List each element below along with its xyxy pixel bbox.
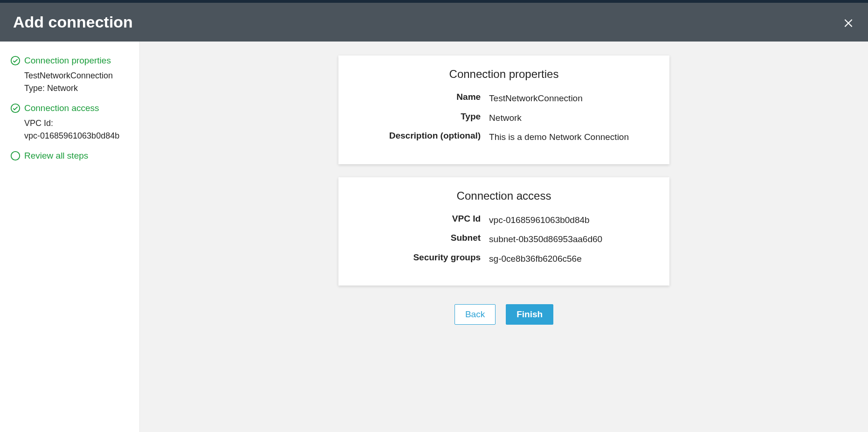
row-label: Name (355, 92, 489, 102)
step-detail-line: TestNetworkConnection (24, 70, 129, 82)
row-value: subnet-0b350d86953aa6d60 (489, 233, 653, 246)
step-details: VPC Id: vpc-01685961063b0d84b (24, 117, 129, 142)
step-review: Review all steps (10, 151, 129, 161)
wizard-actions: Back Finish (455, 304, 553, 325)
access-row-security-groups: Security groups sg-0ce8b36fb6206c56e (355, 252, 653, 265)
row-value: sg-0ce8b36fb6206c56e (489, 252, 653, 265)
modal-title: Add connection (13, 13, 133, 31)
step-link-connection-properties[interactable]: Connection properties (10, 56, 129, 66)
step-link-review[interactable]: Review all steps (10, 151, 129, 161)
row-label: Subnet (355, 233, 489, 243)
card-title: Connection access (355, 189, 653, 202)
step-detail-line: Type: Network (24, 82, 129, 95)
connection-properties-card: Connection properties Name TestNetworkCo… (338, 56, 669, 164)
step-details: TestNetworkConnection Type: Network (24, 70, 129, 95)
svg-point-0 (11, 56, 20, 65)
row-label: Type (355, 111, 489, 122)
row-value: Network (489, 111, 653, 125)
property-row-type: Type Network (355, 111, 653, 125)
close-icon[interactable] (842, 16, 855, 29)
access-row-subnet: Subnet subnet-0b350d86953aa6d60 (355, 233, 653, 246)
row-label: Security groups (355, 252, 489, 263)
row-value: TestNetworkConnection (489, 92, 653, 105)
check-circle-icon (10, 56, 21, 66)
access-row-vpc: VPC Id vpc-01685961063b0d84b (355, 214, 653, 227)
main-content: Connection properties Name TestNetworkCo… (140, 42, 868, 432)
finish-button[interactable]: Finish (506, 304, 553, 325)
back-button[interactable]: Back (455, 304, 496, 325)
card-title: Connection properties (355, 68, 653, 81)
svg-point-2 (11, 152, 20, 160)
step-detail-line: vpc-01685961063b0d84b (24, 130, 129, 142)
connection-access-card: Connection access VPC Id vpc-01685961063… (338, 177, 669, 286)
row-label: Description (optional) (355, 131, 489, 141)
step-title: Connection access (24, 103, 99, 113)
circle-outline-icon (10, 151, 21, 161)
svg-point-1 (11, 104, 20, 112)
step-title: Connection properties (24, 56, 111, 66)
step-connection-access: Connection access VPC Id: vpc-0168596106… (10, 103, 129, 142)
row-label: VPC Id (355, 214, 489, 224)
property-row-description: Description (optional) This is a demo Ne… (355, 131, 653, 144)
step-link-connection-access[interactable]: Connection access (10, 103, 129, 113)
row-value: vpc-01685961063b0d84b (489, 214, 653, 227)
step-detail-line: VPC Id: (24, 117, 129, 130)
check-circle-icon (10, 103, 21, 113)
step-title: Review all steps (24, 151, 88, 161)
property-row-name: Name TestNetworkConnection (355, 92, 653, 105)
step-connection-properties: Connection properties TestNetworkConnect… (10, 56, 129, 95)
modal-header: Add connection (0, 3, 868, 42)
row-value: This is a demo Network Connection (489, 131, 653, 144)
wizard-sidebar: Connection properties TestNetworkConnect… (0, 42, 140, 432)
